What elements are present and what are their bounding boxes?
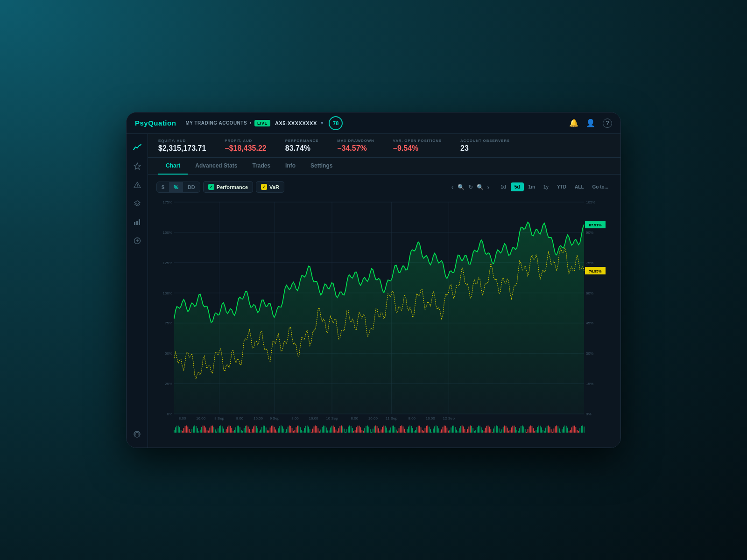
breadcrumb-label: MY TRADING ACCOUNTS (185, 120, 247, 126)
time-goto[interactable]: Go to... (589, 182, 612, 191)
sidebar-item-support[interactable] (129, 426, 146, 442)
time-1d[interactable]: 1d (497, 182, 510, 191)
sidebar-item-chart[interactable] (129, 140, 146, 155)
toolbar-controls: ‹ 🔍 ↻ 🔍 › (451, 183, 489, 191)
tab-info[interactable]: Info (278, 158, 303, 175)
help-icon[interactable]: ? (603, 119, 612, 128)
app-logo: PsyQuation (135, 119, 176, 127)
main-content: EQUITY, AUD $2,315,173.71 PROFIT, AUD −$… (148, 134, 620, 448)
stat-equity-label: EQUITY, AUD (158, 139, 206, 143)
view-percent-btn[interactable]: % (169, 182, 183, 192)
stat-drawdown-label: MAX DRAWDOWN (337, 139, 374, 143)
stat-var: VAR. OPEN POSITIONS −9.54% (393, 139, 442, 153)
stat-observers-value: 23 (460, 144, 510, 153)
breadcrumb: MY TRADING ACCOUNTS › LIVE AX5-XXXXXXXX … (185, 120, 323, 126)
zoom-in-btn[interactable]: 🔍 (477, 184, 484, 190)
time-all[interactable]: ALL (571, 182, 587, 191)
zoom-out-btn[interactable]: 🔍 (458, 184, 465, 190)
svg-rect-12 (135, 434, 136, 436)
stat-var-label: VAR. OPEN POSITIONS (393, 139, 442, 143)
performance-toggle[interactable]: ✓ Performance (203, 181, 253, 193)
tab-chart[interactable]: Chart (158, 158, 188, 175)
svg-rect-13 (139, 434, 140, 436)
sidebar-item-layers[interactable] (129, 196, 146, 211)
stats-bar: EQUITY, AUD $2,315,173.71 PROFIT, AUD −$… (148, 134, 620, 158)
sidebar-item-add[interactable] (129, 233, 146, 249)
svg-rect-7 (139, 219, 140, 225)
main-chart-canvas (156, 197, 612, 443)
stat-performance: PERFORMANCE 83.74% (285, 139, 318, 153)
tab-advanced-stats[interactable]: Advanced Stats (188, 158, 245, 175)
chart-area: $ % DD ✓ Performance ✓ VaR ‹ (148, 175, 620, 448)
var-toggle[interactable]: ✓ VaR (256, 181, 284, 193)
stat-profit: PROFIT, AUD −$18,435.22 (225, 139, 266, 153)
performance-checkbox: ✓ (208, 184, 214, 190)
time-ytd[interactable]: YTD (553, 182, 570, 191)
svg-point-3 (137, 186, 138, 187)
performance-toggle-label: Performance (217, 184, 248, 190)
score-circle[interactable]: 78 (329, 116, 343, 130)
time-1y[interactable]: 1y (540, 182, 552, 191)
view-dd-btn[interactable]: DD (183, 182, 200, 192)
stat-equity: EQUITY, AUD $2,315,173.71 (158, 139, 206, 153)
refresh-btn[interactable]: ↻ (468, 184, 473, 190)
pan-left-btn[interactable]: ‹ (451, 183, 454, 191)
svg-marker-4 (134, 201, 140, 204)
var-checkbox: ✓ (261, 184, 267, 190)
svg-marker-0 (134, 163, 141, 169)
account-dropdown-arrow[interactable]: ▾ (321, 120, 324, 126)
bell-icon[interactable]: 🔔 (569, 119, 578, 127)
stat-drawdown: MAX DRAWDOWN −34.57% (337, 139, 374, 153)
time-buttons: 1d 5d 1m 1y YTD ALL Go to... (497, 182, 612, 191)
stat-profit-label: PROFIT, AUD (225, 139, 266, 143)
sidebar-item-alert[interactable] (129, 177, 146, 193)
time-5d[interactable]: 5d (511, 182, 524, 191)
stat-equity-value: $2,315,173.71 (158, 144, 206, 153)
user-icon[interactable]: 👤 (586, 119, 595, 127)
sidebar-item-star[interactable] (129, 158, 146, 174)
chart-toolbar: $ % DD ✓ Performance ✓ VaR ‹ (156, 181, 612, 193)
account-name: AX5-XXXXXXXX (275, 120, 317, 126)
nav-icons: 🔔 👤 ? (569, 119, 612, 128)
pan-right-btn[interactable]: › (487, 183, 490, 191)
stat-performance-value: 83.74% (285, 144, 318, 153)
tab-trades[interactable]: Trades (245, 158, 278, 175)
stat-profit-value: −$18,435.22 (225, 144, 266, 153)
tabs-bar: Chart Advanced Stats Trades Info Setting… (148, 158, 620, 175)
sidebar (127, 134, 148, 448)
var-toggle-label: VaR (269, 184, 279, 190)
stat-var-value: −9.54% (393, 144, 442, 153)
live-badge: LIVE (254, 120, 270, 126)
svg-rect-5 (134, 222, 135, 225)
tab-settings[interactable]: Settings (303, 158, 340, 175)
stat-observers: ACCOUNT OBSERVERS 23 (460, 139, 510, 153)
sidebar-item-barchart[interactable] (129, 214, 146, 230)
stat-drawdown-value: −34.57% (337, 144, 374, 153)
stat-observers-label: ACCOUNT OBSERVERS (460, 139, 510, 143)
view-toggle-group: $ % DD (156, 182, 200, 193)
stat-performance-label: PERFORMANCE (285, 139, 318, 143)
view-dollar-btn[interactable]: $ (157, 182, 169, 192)
time-1m[interactable]: 1m (525, 182, 539, 191)
svg-rect-6 (136, 221, 138, 225)
breadcrumb-arrow: › (250, 120, 252, 126)
chart-container (156, 197, 612, 443)
